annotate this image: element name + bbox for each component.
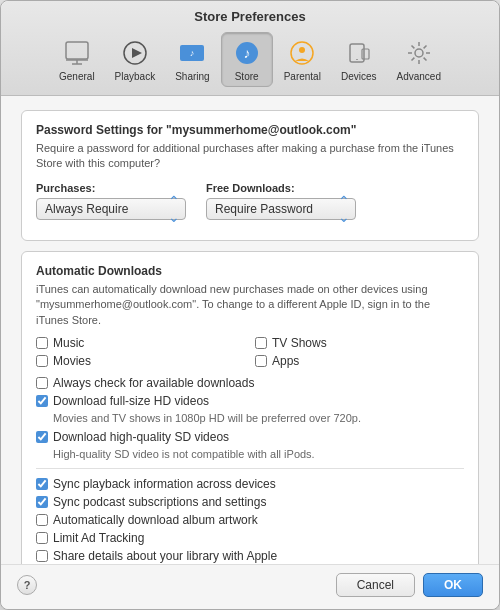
high-quality-sd-row: Download high-quality SD videos [36,430,464,444]
share-details-checkbox[interactable] [36,550,48,562]
cancel-button[interactable]: Cancel [336,573,415,597]
svg-text:♪: ♪ [190,48,195,58]
free-downloads-group: Free Downloads: Require Password Save Pa… [206,182,356,220]
limit-ad-checkbox[interactable] [36,532,48,544]
password-section: Password Settings for "mysummerhome@outl… [21,110,479,241]
checkbox-tv-shows: TV Shows [255,336,464,350]
toolbar-item-advanced[interactable]: Advanced [387,32,449,87]
parental-label: Parental [284,71,321,82]
always-check-checkbox[interactable] [36,377,48,389]
dialog-buttons: Cancel OK [336,573,483,597]
auto-downloads-title: Automatic Downloads [36,264,464,278]
full-hd-row: Download full-size HD videos [36,394,464,408]
high-quality-sd-checkbox[interactable] [36,431,48,443]
free-downloads-select-wrapper: Require Password Save Password Never ⌃⌄ [206,198,356,220]
limit-ad-label: Limit Ad Tracking [53,531,144,545]
svg-point-15 [415,49,423,57]
purchases-select-wrapper: Always Require After 15 Minutes After 1 … [36,198,186,220]
auto-album-label: Automatically download album artwork [53,513,258,527]
content-area: Password Settings for "mysummerhome@outl… [1,96,499,564]
sync-podcast-label: Sync podcast subscriptions and settings [53,495,266,509]
auto-downloads-section: Automatic Downloads iTunes can automatic… [21,251,479,564]
purchases-label: Purchases: [36,182,186,194]
auto-downloads-desc: iTunes can automatically download new pu… [36,282,464,328]
password-form-row: Purchases: Always Require After 15 Minut… [36,182,464,220]
svg-rect-0 [66,42,88,59]
checkbox-music: Music [36,336,245,350]
devices-label: Devices [341,71,377,82]
always-check-row: Always check for available downloads [36,376,464,390]
music-checkbox[interactable] [36,337,48,349]
sharing-icon: ♪ [176,37,208,69]
title-bar: Store Preferences General [1,1,499,96]
parental-icon [286,37,318,69]
limit-ad-row: Limit Ad Tracking [36,531,464,545]
toolbar-item-parental[interactable]: Parental [275,32,330,87]
auto-downloads-grid: Music TV Shows Movies Apps [36,336,464,368]
devices-icon [343,37,375,69]
sync-podcast-row: Sync podcast subscriptions and settings [36,495,464,509]
help-button[interactable]: ? [17,575,37,595]
toolbar-item-sharing[interactable]: ♪ Sharing [166,32,218,87]
share-details-row: Share details about your library with Ap… [36,549,464,563]
preferences-window: Store Preferences General [0,0,500,610]
apps-checkbox[interactable] [255,355,267,367]
general-icon [61,37,93,69]
svg-point-11 [299,47,305,53]
checkbox-apps: Apps [255,354,464,368]
toolbar-item-store[interactable]: ♪ Store [221,32,273,87]
password-title: Password Settings for "mysummerhome@outl… [36,123,464,137]
password-desc: Require a password for additional purcha… [36,141,464,172]
always-check-label: Always check for available downloads [53,376,254,390]
movies-checkbox[interactable] [36,355,48,367]
sync-playback-checkbox[interactable] [36,478,48,490]
svg-rect-14 [362,49,369,59]
store-label: Store [235,71,259,82]
movies-label: Movies [53,354,91,368]
free-downloads-label: Free Downloads: [206,182,356,194]
advanced-icon [403,37,435,69]
general-label: General [59,71,95,82]
advanced-label: Advanced [396,71,440,82]
purchases-select[interactable]: Always Require After 15 Minutes After 1 … [36,198,186,220]
full-hd-label: Download full-size HD videos [53,394,209,408]
toolbar: General Playback ♪ Shar [1,32,499,95]
auto-album-row: Automatically download album artwork [36,513,464,527]
toolbar-item-general[interactable]: General [50,32,104,87]
section-divider [36,468,464,469]
high-quality-sd-desc: High-quality SD video is not compatible … [53,448,464,460]
high-quality-sd-label: Download high-quality SD videos [53,430,229,444]
free-downloads-select[interactable]: Require Password Save Password Never [206,198,356,220]
full-hd-desc: Movies and TV shows in 1080p HD will be … [53,412,464,424]
store-icon: ♪ [231,37,263,69]
sharing-label: Sharing [175,71,209,82]
auto-album-checkbox[interactable] [36,514,48,526]
sync-podcast-checkbox[interactable] [36,496,48,508]
purchases-group: Purchases: Always Require After 15 Minut… [36,182,186,220]
toolbar-item-playback[interactable]: Playback [106,32,165,87]
checkbox-movies: Movies [36,354,245,368]
full-hd-checkbox[interactable] [36,395,48,407]
playback-icon [119,37,151,69]
tv-shows-label: TV Shows [272,336,327,350]
playback-label: Playback [115,71,156,82]
svg-text:♪: ♪ [243,45,250,61]
sync-playback-row: Sync playback information across devices [36,477,464,491]
share-details-label: Share details about your library with Ap… [53,549,277,563]
svg-marker-5 [132,48,142,58]
music-label: Music [53,336,84,350]
toolbar-item-devices[interactable]: Devices [332,32,386,87]
ok-button[interactable]: OK [423,573,483,597]
sync-playback-label: Sync playback information across devices [53,477,276,491]
window-title: Store Preferences [1,9,499,24]
tv-shows-checkbox[interactable] [255,337,267,349]
bottom-bar: ? Cancel OK [1,564,499,609]
apps-label: Apps [272,354,299,368]
